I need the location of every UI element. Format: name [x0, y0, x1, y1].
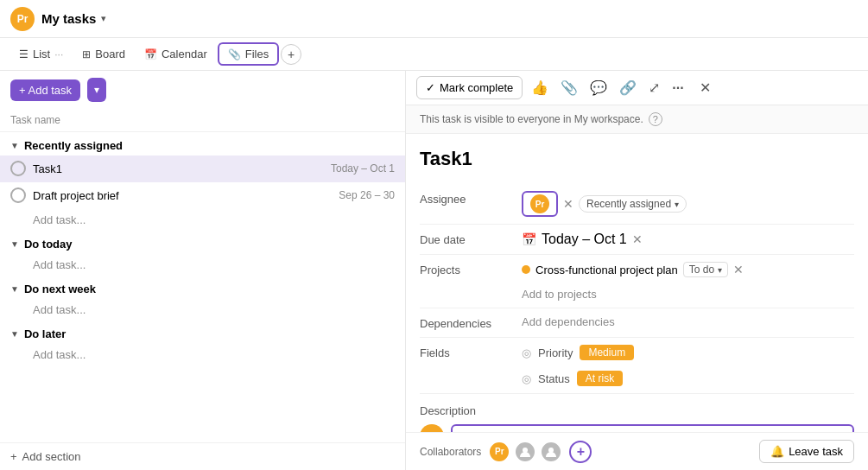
- projects-row: Projects Cross-functional project plan T…: [420, 255, 854, 308]
- projects-label: Projects: [420, 262, 515, 276]
- section-caret-icon: ▼: [10, 239, 19, 249]
- tab-list-more[interactable]: ···: [54, 48, 63, 60]
- task-list: Task name ▼ Recently assigned Task1 Toda…: [0, 109, 405, 442]
- bell-icon: 🔔: [770, 445, 784, 458]
- pill-caret-icon: ▾: [675, 200, 679, 209]
- project-color-dot: [522, 265, 530, 274]
- section-do-next-week[interactable]: ▼ Do next week: [0, 276, 405, 299]
- link-icon[interactable]: 🔗: [616, 76, 640, 99]
- section-caret-icon: ▼: [10, 141, 19, 150]
- expand-icon[interactable]: ⤢: [645, 76, 663, 99]
- dependencies-value: Add dependencies: [522, 315, 854, 328]
- assignee-label: Assignee: [420, 191, 515, 206]
- project-remove-icon[interactable]: ✕: [733, 263, 744, 276]
- add-to-projects-link[interactable]: Add to projects: [522, 288, 597, 301]
- collab-avatar-1: Pr: [488, 441, 510, 463]
- field-status: ◎ Status At risk: [522, 371, 623, 386]
- section-do-today-label: Do today: [24, 238, 73, 251]
- comment-input[interactable]: Add a comment: [451, 424, 854, 432]
- task-name: Draft project brief: [33, 189, 339, 202]
- status-icon: ◎: [522, 372, 531, 385]
- section-do-today[interactable]: ▼ Do today: [0, 231, 405, 254]
- field-priority: ◎ Priority Medium: [522, 345, 634, 360]
- left-toolbar: + Add task ▾: [0, 71, 405, 109]
- tab-board-label: Board: [95, 48, 125, 60]
- add-task-dropdown-button[interactable]: ▾: [87, 78, 106, 102]
- thumbsup-icon[interactable]: 👍: [528, 76, 552, 99]
- list-icon: ☰: [19, 48, 29, 60]
- dependencies-label: Dependencies: [420, 315, 515, 330]
- section-recently-assigned-label: Recently assigned: [24, 139, 123, 152]
- section-do-next-week-label: Do next week: [24, 283, 96, 295]
- fields-row: Fields ◎ Priority Medium ◎ Status At ris…: [420, 338, 854, 394]
- add-dependencies-link[interactable]: Add dependencies: [522, 315, 615, 328]
- assignee-box[interactable]: Pr: [522, 191, 558, 217]
- due-date-remove-icon[interactable]: ✕: [632, 232, 643, 246]
- task-row[interactable]: Task1 Today – Oct 1: [0, 156, 405, 182]
- task-check-icon[interactable]: [10, 187, 26, 203]
- task-date: Sep 26 – 30: [339, 189, 395, 201]
- comment-icon[interactable]: 💬: [586, 76, 611, 99]
- due-date-label: Due date: [420, 232, 515, 246]
- files-icon: 📎: [228, 48, 241, 60]
- project-status-text: To do: [689, 264, 714, 276]
- mark-complete-label: Mark complete: [440, 81, 513, 94]
- help-icon[interactable]: ?: [649, 112, 662, 126]
- task-name-header: Task name: [10, 114, 60, 126]
- priority-icon: ◎: [522, 346, 531, 359]
- dependencies-row: Dependencies Add dependencies: [420, 308, 854, 338]
- app-title: My tasks: [41, 11, 96, 26]
- task-row[interactable]: Draft project brief Sep 26 – 30: [0, 182, 405, 209]
- due-date-value[interactable]: 📅 Today – Oct 1 ✕: [522, 232, 854, 247]
- status-caret-icon: ▾: [718, 265, 722, 275]
- task-check-icon[interactable]: [10, 161, 26, 176]
- attachment-icon[interactable]: 📎: [557, 76, 581, 99]
- tab-files[interactable]: 📎 Files: [218, 42, 279, 66]
- task-name: Task1: [33, 162, 331, 175]
- right-panel: ✓ Mark complete 👍 📎 💬 🔗 ⤢ ··· ✕ This tas…: [406, 71, 868, 470]
- section-do-later[interactable]: ▼ Do later: [0, 321, 405, 344]
- tab-calendar[interactable]: 📅 Calendar: [136, 44, 216, 64]
- fields-value: ◎ Priority Medium ◎ Status At risk: [522, 345, 854, 386]
- tab-board[interactable]: ⊞ Board: [73, 44, 134, 64]
- priority-badge[interactable]: Medium: [580, 345, 634, 360]
- add-task-button[interactable]: + Add task: [10, 79, 80, 101]
- nav-tabs: ☰ List ··· ⊞ Board 📅 Calendar 📎 Files +: [0, 38, 868, 71]
- section-caret-icon: ▼: [10, 329, 19, 339]
- add-task-inline[interactable]: Add task...: [0, 299, 405, 321]
- more-options-icon[interactable]: ···: [668, 77, 687, 99]
- section-recently-assigned[interactable]: ▼ Recently assigned: [0, 132, 405, 156]
- main-layout: + Add task ▾ Task name ▼ Recently assign…: [0, 71, 868, 470]
- assignee-remove-icon[interactable]: ✕: [563, 197, 573, 211]
- left-panel: + Add task ▾ Task name ▼ Recently assign…: [0, 71, 406, 470]
- calendar-icon: 📅: [522, 232, 536, 246]
- comment-area: Pr Add a comment: [420, 424, 854, 432]
- assignee-row: Assignee Pr ✕ Recently assigned ▾: [420, 184, 854, 225]
- project-status-dropdown[interactable]: To do ▾: [683, 262, 728, 277]
- recently-assigned-pill[interactable]: Recently assigned ▾: [579, 195, 687, 213]
- close-icon[interactable]: ✕: [696, 76, 714, 99]
- add-task-inline[interactable]: Add task...: [0, 209, 405, 231]
- mark-complete-button[interactable]: ✓ Mark complete: [416, 76, 523, 99]
- collab-avatar-3: [540, 441, 562, 463]
- add-section-button[interactable]: + Add section: [0, 442, 405, 470]
- add-section-label: Add section: [22, 450, 81, 463]
- checkmark-icon: ✓: [426, 81, 435, 94]
- add-task-inline[interactable]: Add task...: [0, 344, 405, 365]
- right-footer: Collaborators Pr + 🔔 Leave task: [406, 432, 868, 470]
- right-toolbar: ✓ Mark complete 👍 📎 💬 🔗 ⤢ ··· ✕: [406, 71, 868, 105]
- visibility-message: This task is visible to everyone in My w…: [406, 105, 868, 134]
- section-caret-icon: ▼: [10, 284, 19, 294]
- add-collaborator-button[interactable]: +: [569, 441, 592, 463]
- tab-list[interactable]: ☰ List ···: [10, 44, 72, 64]
- collab-avatar-2: [514, 441, 536, 463]
- tab-add-button[interactable]: +: [281, 44, 301, 65]
- title-caret-icon[interactable]: ▾: [101, 13, 106, 24]
- collaborators-avatars: Pr: [488, 441, 562, 463]
- status-badge[interactable]: At risk: [577, 371, 623, 386]
- add-task-inline[interactable]: Add task...: [0, 254, 405, 276]
- avatar: Pr: [530, 194, 549, 213]
- leave-task-button[interactable]: 🔔 Leave task: [759, 440, 854, 463]
- assignee-value: Pr ✕ Recently assigned ▾: [522, 191, 854, 217]
- tab-calendar-label: Calendar: [162, 48, 207, 60]
